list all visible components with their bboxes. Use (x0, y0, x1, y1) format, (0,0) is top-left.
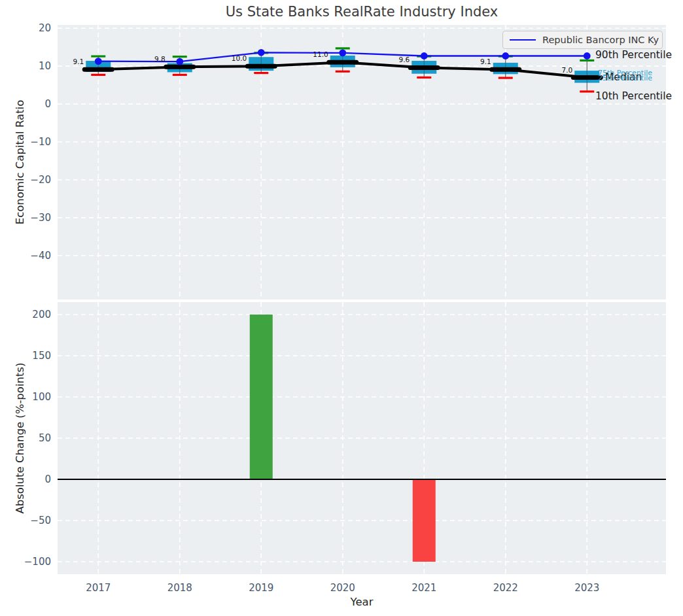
chart-title: Us State Banks RealRate Industry Index (58, 4, 666, 20)
median-annotation-2021: 9.6 (399, 56, 410, 63)
company-dot-2020 (339, 49, 346, 56)
x-tick-label: 2020 (330, 582, 355, 594)
company-dot-2021 (421, 52, 428, 60)
bottom-y-tick-label: 100 (32, 391, 51, 403)
x-tick-label: 2019 (249, 582, 273, 594)
right-label-p10: 10th Percentile (595, 90, 672, 102)
median-annotation-2020: 11.0 (313, 50, 328, 58)
x-tick-label: 2023 (574, 582, 599, 594)
x-tick-label: 2017 (86, 582, 111, 594)
x-tick-label: 2018 (167, 582, 192, 594)
x-tick-label: 2021 (412, 582, 436, 594)
company-dot-2017 (95, 58, 102, 65)
median-annotation-2018: 9.8 (154, 55, 166, 63)
plot-canvas: 9.19.810.011.09.69.17.090th Percentile75… (0, 0, 683, 616)
bottom-y-tick-label: −50 (30, 515, 51, 526)
company-dot-2018 (176, 58, 183, 65)
legend-box: Republic Bancorp INC Ky (502, 31, 663, 49)
right-label-p25: 25th Percentile (598, 74, 652, 82)
top-y-tick-label: 0 (44, 98, 51, 110)
bottom-y-tick-label: 200 (32, 309, 51, 320)
x-axis-label: Year (58, 596, 666, 608)
company-dot-2019 (258, 49, 265, 56)
bottom-y-tick-label: 150 (32, 350, 51, 362)
top-y-tick-label: −20 (30, 174, 51, 186)
bar-2019 (250, 315, 273, 479)
legend-line-sample-icon (510, 39, 536, 41)
company-dot-2023 (584, 52, 591, 60)
top-y-tick-label: −40 (30, 250, 51, 262)
bottom-y-tick-label: 50 (39, 432, 51, 444)
median-annotation-2019: 10.0 (232, 54, 247, 62)
top-y-tick-label: −30 (30, 212, 51, 224)
median-annotation-2023: 7.0 (562, 66, 573, 74)
company-dot-2022 (502, 52, 509, 60)
bottom-y-axis-label: Absolute Change (%-points) (14, 363, 26, 514)
top-plot-background (58, 25, 666, 299)
top-y-tick-label: 20 (39, 22, 51, 34)
chart-figure: 9.19.810.011.09.69.17.090th Percentile75… (0, 0, 683, 616)
top-y-axis-label: Economic Capital Ratio (14, 100, 26, 225)
bottom-plot-background (58, 302, 666, 574)
top-y-tick-label: −10 (30, 136, 51, 148)
x-tick-label: 2022 (493, 582, 518, 594)
bar-2021 (413, 479, 436, 562)
legend-label: Republic Bancorp INC Ky (542, 35, 659, 45)
median-annotation-2022: 9.1 (480, 58, 491, 65)
right-label-p90: 90th Percentile (595, 49, 672, 61)
top-y-tick-label: 10 (39, 60, 51, 72)
bottom-y-tick-label: 0 (44, 473, 51, 485)
median-annotation-2017: 9.1 (73, 58, 84, 65)
bottom-y-tick-label: −100 (24, 556, 51, 568)
